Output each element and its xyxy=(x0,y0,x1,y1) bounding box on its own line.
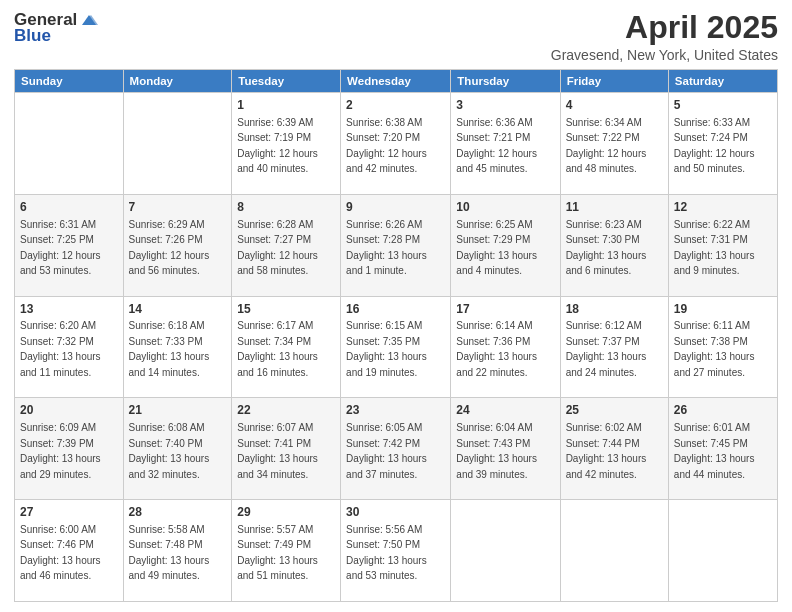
table-row xyxy=(451,500,560,602)
cell-text: Sunrise: 6:14 AMSunset: 7:36 PMDaylight:… xyxy=(456,320,537,378)
table-row: 22Sunrise: 6:07 AMSunset: 7:41 PMDayligh… xyxy=(232,398,341,500)
col-wednesday: Wednesday xyxy=(341,70,451,93)
cell-text: Sunrise: 6:15 AMSunset: 7:35 PMDaylight:… xyxy=(346,320,427,378)
day-number: 16 xyxy=(346,301,445,318)
logo: General Blue xyxy=(14,10,98,46)
cell-text: Sunrise: 5:57 AMSunset: 7:49 PMDaylight:… xyxy=(237,524,318,582)
table-row: 20Sunrise: 6:09 AMSunset: 7:39 PMDayligh… xyxy=(15,398,124,500)
calendar: Sunday Monday Tuesday Wednesday Thursday… xyxy=(14,69,778,602)
cell-text: Sunrise: 6:00 AMSunset: 7:46 PMDaylight:… xyxy=(20,524,101,582)
col-tuesday: Tuesday xyxy=(232,70,341,93)
table-row: 13Sunrise: 6:20 AMSunset: 7:32 PMDayligh… xyxy=(15,296,124,398)
day-number: 13 xyxy=(20,301,118,318)
table-row: 12Sunrise: 6:22 AMSunset: 7:31 PMDayligh… xyxy=(668,194,777,296)
table-row: 26Sunrise: 6:01 AMSunset: 7:45 PMDayligh… xyxy=(668,398,777,500)
table-row: 3Sunrise: 6:36 AMSunset: 7:21 PMDaylight… xyxy=(451,93,560,195)
table-row xyxy=(123,93,232,195)
day-number: 30 xyxy=(346,504,445,521)
cell-text: Sunrise: 6:33 AMSunset: 7:24 PMDaylight:… xyxy=(674,117,755,175)
table-row: 24Sunrise: 6:04 AMSunset: 7:43 PMDayligh… xyxy=(451,398,560,500)
cell-text: Sunrise: 6:08 AMSunset: 7:40 PMDaylight:… xyxy=(129,422,210,480)
day-number: 23 xyxy=(346,402,445,419)
cell-text: Sunrise: 6:38 AMSunset: 7:20 PMDaylight:… xyxy=(346,117,427,175)
table-row: 6Sunrise: 6:31 AMSunset: 7:25 PMDaylight… xyxy=(15,194,124,296)
cell-text: Sunrise: 6:17 AMSunset: 7:34 PMDaylight:… xyxy=(237,320,318,378)
table-row: 10Sunrise: 6:25 AMSunset: 7:29 PMDayligh… xyxy=(451,194,560,296)
cell-text: Sunrise: 6:09 AMSunset: 7:39 PMDaylight:… xyxy=(20,422,101,480)
day-number: 15 xyxy=(237,301,335,318)
cell-text: Sunrise: 6:12 AMSunset: 7:37 PMDaylight:… xyxy=(566,320,647,378)
day-number: 24 xyxy=(456,402,554,419)
day-number: 9 xyxy=(346,199,445,216)
cell-text: Sunrise: 5:56 AMSunset: 7:50 PMDaylight:… xyxy=(346,524,427,582)
cell-text: Sunrise: 6:28 AMSunset: 7:27 PMDaylight:… xyxy=(237,219,318,277)
table-row: 9Sunrise: 6:26 AMSunset: 7:28 PMDaylight… xyxy=(341,194,451,296)
cell-text: Sunrise: 6:31 AMSunset: 7:25 PMDaylight:… xyxy=(20,219,101,277)
table-row: 5Sunrise: 6:33 AMSunset: 7:24 PMDaylight… xyxy=(668,93,777,195)
cell-text: Sunrise: 6:22 AMSunset: 7:31 PMDaylight:… xyxy=(674,219,755,277)
day-number: 11 xyxy=(566,199,663,216)
cell-text: Sunrise: 6:36 AMSunset: 7:21 PMDaylight:… xyxy=(456,117,537,175)
day-number: 20 xyxy=(20,402,118,419)
table-row xyxy=(560,500,668,602)
calendar-week-row: 27Sunrise: 6:00 AMSunset: 7:46 PMDayligh… xyxy=(15,500,778,602)
table-row: 17Sunrise: 6:14 AMSunset: 7:36 PMDayligh… xyxy=(451,296,560,398)
table-row: 14Sunrise: 6:18 AMSunset: 7:33 PMDayligh… xyxy=(123,296,232,398)
table-row: 16Sunrise: 6:15 AMSunset: 7:35 PMDayligh… xyxy=(341,296,451,398)
table-row xyxy=(15,93,124,195)
cell-text: Sunrise: 6:29 AMSunset: 7:26 PMDaylight:… xyxy=(129,219,210,277)
table-row: 29Sunrise: 5:57 AMSunset: 7:49 PMDayligh… xyxy=(232,500,341,602)
day-number: 1 xyxy=(237,97,335,114)
day-number: 8 xyxy=(237,199,335,216)
logo-text-blue: Blue xyxy=(14,26,51,46)
day-number: 14 xyxy=(129,301,227,318)
table-row: 18Sunrise: 6:12 AMSunset: 7:37 PMDayligh… xyxy=(560,296,668,398)
table-row: 1Sunrise: 6:39 AMSunset: 7:19 PMDaylight… xyxy=(232,93,341,195)
day-number: 22 xyxy=(237,402,335,419)
day-number: 10 xyxy=(456,199,554,216)
day-number: 29 xyxy=(237,504,335,521)
table-row xyxy=(668,500,777,602)
cell-text: Sunrise: 6:26 AMSunset: 7:28 PMDaylight:… xyxy=(346,219,427,277)
table-row: 15Sunrise: 6:17 AMSunset: 7:34 PMDayligh… xyxy=(232,296,341,398)
day-number: 19 xyxy=(674,301,772,318)
table-row: 11Sunrise: 6:23 AMSunset: 7:30 PMDayligh… xyxy=(560,194,668,296)
day-number: 6 xyxy=(20,199,118,216)
cell-text: Sunrise: 6:11 AMSunset: 7:38 PMDaylight:… xyxy=(674,320,755,378)
day-number: 5 xyxy=(674,97,772,114)
day-number: 26 xyxy=(674,402,772,419)
col-saturday: Saturday xyxy=(668,70,777,93)
table-row: 19Sunrise: 6:11 AMSunset: 7:38 PMDayligh… xyxy=(668,296,777,398)
day-number: 4 xyxy=(566,97,663,114)
day-number: 28 xyxy=(129,504,227,521)
day-number: 27 xyxy=(20,504,118,521)
calendar-week-row: 6Sunrise: 6:31 AMSunset: 7:25 PMDaylight… xyxy=(15,194,778,296)
cell-text: Sunrise: 6:07 AMSunset: 7:41 PMDaylight:… xyxy=(237,422,318,480)
cell-text: Sunrise: 6:04 AMSunset: 7:43 PMDaylight:… xyxy=(456,422,537,480)
day-number: 25 xyxy=(566,402,663,419)
cell-text: Sunrise: 6:39 AMSunset: 7:19 PMDaylight:… xyxy=(237,117,318,175)
table-row: 30Sunrise: 5:56 AMSunset: 7:50 PMDayligh… xyxy=(341,500,451,602)
logo-icon xyxy=(80,11,98,29)
day-number: 12 xyxy=(674,199,772,216)
day-number: 17 xyxy=(456,301,554,318)
calendar-header-row: Sunday Monday Tuesday Wednesday Thursday… xyxy=(15,70,778,93)
cell-text: Sunrise: 6:23 AMSunset: 7:30 PMDaylight:… xyxy=(566,219,647,277)
subtitle: Gravesend, New York, United States xyxy=(551,47,778,63)
day-number: 3 xyxy=(456,97,554,114)
table-row: 27Sunrise: 6:00 AMSunset: 7:46 PMDayligh… xyxy=(15,500,124,602)
col-monday: Monday xyxy=(123,70,232,93)
cell-text: Sunrise: 6:34 AMSunset: 7:22 PMDaylight:… xyxy=(566,117,647,175)
day-number: 2 xyxy=(346,97,445,114)
cell-text: Sunrise: 6:25 AMSunset: 7:29 PMDaylight:… xyxy=(456,219,537,277)
day-number: 18 xyxy=(566,301,663,318)
cell-text: Sunrise: 5:58 AMSunset: 7:48 PMDaylight:… xyxy=(129,524,210,582)
col-sunday: Sunday xyxy=(15,70,124,93)
calendar-week-row: 20Sunrise: 6:09 AMSunset: 7:39 PMDayligh… xyxy=(15,398,778,500)
cell-text: Sunrise: 6:05 AMSunset: 7:42 PMDaylight:… xyxy=(346,422,427,480)
table-row: 28Sunrise: 5:58 AMSunset: 7:48 PMDayligh… xyxy=(123,500,232,602)
cell-text: Sunrise: 6:20 AMSunset: 7:32 PMDaylight:… xyxy=(20,320,101,378)
calendar-week-row: 13Sunrise: 6:20 AMSunset: 7:32 PMDayligh… xyxy=(15,296,778,398)
cell-text: Sunrise: 6:02 AMSunset: 7:44 PMDaylight:… xyxy=(566,422,647,480)
page: General Blue April 2025 Gravesend, New Y… xyxy=(0,0,792,612)
